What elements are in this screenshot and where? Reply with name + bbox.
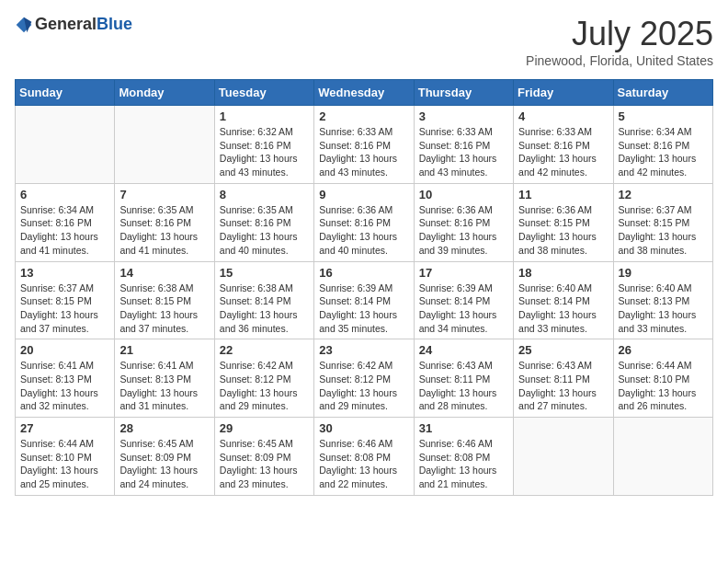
page-subtitle: Pinewood, Florida, United States [526, 53, 713, 68]
day-number: 16 [319, 266, 408, 280]
day-number: 9 [319, 188, 408, 201]
day-number: 15 [220, 266, 309, 280]
weekday-header-row: SundayMondayTuesdayWednesdayThursdayFrid… [16, 80, 713, 106]
calendar-week-row: 20Sunrise: 6:41 AMSunset: 8:13 PMDayligh… [16, 339, 713, 418]
calendar-day-cell: 7Sunrise: 6:35 AMSunset: 8:16 PMDaylight… [115, 183, 214, 261]
day-number: 1 [220, 109, 309, 123]
day-info: Sunrise: 6:40 AMSunset: 8:13 PMDaylight:… [619, 282, 708, 336]
calendar-day-cell [613, 418, 712, 496]
calendar-day-cell: 16Sunrise: 6:39 AMSunset: 8:14 PMDayligh… [314, 261, 414, 339]
calendar-day-cell [16, 106, 115, 184]
day-number: 31 [419, 421, 508, 435]
weekday-header: Wednesday [314, 80, 414, 106]
day-info: Sunrise: 6:36 AMSunset: 8:16 PMDaylight:… [319, 203, 408, 258]
day-number: 4 [518, 109, 608, 123]
page-header: GeneralBlue July 2025 Pinewood, Florida,… [15, 15, 713, 68]
calendar-day-cell: 25Sunrise: 6:43 AMSunset: 8:11 PMDayligh… [514, 339, 613, 418]
day-number: 7 [119, 188, 209, 201]
day-number: 8 [220, 188, 309, 201]
calendar-day-cell [514, 418, 613, 496]
calendar-day-cell: 6Sunrise: 6:34 AMSunset: 8:16 PMDaylight… [16, 183, 115, 261]
calendar-day-cell: 19Sunrise: 6:40 AMSunset: 8:13 PMDayligh… [613, 261, 712, 339]
calendar-day-cell: 27Sunrise: 6:44 AMSunset: 8:10 PMDayligh… [16, 418, 115, 496]
day-info: Sunrise: 6:33 AMSunset: 8:16 PMDaylight:… [518, 125, 608, 179]
logo-general-text: General [35, 15, 97, 33]
calendar-day-cell [115, 106, 214, 184]
day-info: Sunrise: 6:34 AMSunset: 8:16 PMDaylight:… [619, 125, 708, 179]
day-number: 14 [119, 266, 209, 280]
day-info: Sunrise: 6:38 AMSunset: 8:15 PMDaylight:… [119, 282, 209, 336]
day-info: Sunrise: 6:38 AMSunset: 8:14 PMDaylight:… [220, 282, 309, 336]
calendar-day-cell: 9Sunrise: 6:36 AMSunset: 8:16 PMDaylight… [314, 183, 414, 261]
calendar-day-cell: 29Sunrise: 6:45 AMSunset: 8:09 PMDayligh… [214, 418, 313, 496]
day-info: Sunrise: 6:35 AMSunset: 8:16 PMDaylight:… [119, 203, 209, 258]
calendar-header: SundayMondayTuesdayWednesdayThursdayFrid… [16, 80, 713, 106]
weekday-header: Thursday [414, 80, 513, 106]
calendar-day-cell: 24Sunrise: 6:43 AMSunset: 8:11 PMDayligh… [414, 339, 513, 418]
day-info: Sunrise: 6:44 AMSunset: 8:10 PMDaylight:… [20, 437, 109, 491]
calendar-day-cell: 15Sunrise: 6:38 AMSunset: 8:14 PMDayligh… [214, 261, 313, 339]
calendar-day-cell: 21Sunrise: 6:41 AMSunset: 8:13 PMDayligh… [115, 339, 214, 418]
day-number: 22 [220, 343, 309, 357]
day-number: 18 [518, 266, 608, 280]
day-info: Sunrise: 6:45 AMSunset: 8:09 PMDaylight:… [220, 437, 309, 491]
day-info: Sunrise: 6:33 AMSunset: 8:16 PMDaylight:… [319, 125, 408, 179]
calendar-day-cell: 1Sunrise: 6:32 AMSunset: 8:16 PMDaylight… [214, 106, 313, 184]
day-number: 27 [20, 421, 109, 435]
calendar-day-cell: 13Sunrise: 6:37 AMSunset: 8:15 PMDayligh… [16, 261, 115, 339]
calendar-day-cell: 14Sunrise: 6:38 AMSunset: 8:15 PMDayligh… [115, 261, 214, 339]
page-title: July 2025 [526, 15, 713, 53]
weekday-header: Tuesday [214, 80, 313, 106]
weekday-header: Saturday [613, 80, 712, 106]
day-info: Sunrise: 6:35 AMSunset: 8:16 PMDaylight:… [220, 203, 309, 258]
day-info: Sunrise: 6:32 AMSunset: 8:16 PMDaylight:… [220, 125, 309, 179]
day-number: 21 [119, 343, 209, 357]
day-info: Sunrise: 6:39 AMSunset: 8:14 PMDaylight:… [319, 282, 408, 336]
weekday-header: Sunday [16, 80, 115, 106]
day-number: 24 [419, 343, 508, 357]
calendar-day-cell: 17Sunrise: 6:39 AMSunset: 8:14 PMDayligh… [414, 261, 513, 339]
calendar-day-cell: 8Sunrise: 6:35 AMSunset: 8:16 PMDaylight… [214, 183, 313, 261]
calendar-day-cell: 3Sunrise: 6:33 AMSunset: 8:16 PMDaylight… [414, 106, 513, 184]
day-info: Sunrise: 6:46 AMSunset: 8:08 PMDaylight:… [419, 437, 508, 491]
calendar-body: 1Sunrise: 6:32 AMSunset: 8:16 PMDaylight… [16, 106, 713, 496]
calendar-week-row: 6Sunrise: 6:34 AMSunset: 8:16 PMDaylight… [16, 183, 713, 261]
day-info: Sunrise: 6:41 AMSunset: 8:13 PMDaylight:… [20, 359, 109, 413]
calendar-day-cell: 28Sunrise: 6:45 AMSunset: 8:09 PMDayligh… [115, 418, 214, 496]
day-number: 29 [220, 421, 309, 435]
calendar-day-cell: 4Sunrise: 6:33 AMSunset: 8:16 PMDaylight… [514, 106, 613, 184]
day-info: Sunrise: 6:37 AMSunset: 8:15 PMDaylight:… [619, 203, 708, 258]
day-info: Sunrise: 6:42 AMSunset: 8:12 PMDaylight:… [319, 359, 408, 413]
weekday-header: Friday [514, 80, 613, 106]
logo: GeneralBlue [15, 15, 132, 34]
day-number: 3 [419, 109, 508, 123]
calendar-day-cell: 30Sunrise: 6:46 AMSunset: 8:08 PMDayligh… [314, 418, 414, 496]
day-info: Sunrise: 6:36 AMSunset: 8:15 PMDaylight:… [518, 203, 608, 258]
day-info: Sunrise: 6:40 AMSunset: 8:14 PMDaylight:… [518, 282, 608, 336]
title-area: July 2025 Pinewood, Florida, United Stat… [526, 15, 713, 68]
day-number: 11 [518, 188, 608, 201]
day-number: 28 [119, 421, 209, 435]
day-number: 13 [20, 266, 109, 280]
day-info: Sunrise: 6:42 AMSunset: 8:12 PMDaylight:… [220, 359, 309, 413]
weekday-header: Monday [115, 80, 214, 106]
day-number: 17 [419, 266, 508, 280]
calendar-day-cell: 5Sunrise: 6:34 AMSunset: 8:16 PMDaylight… [613, 106, 712, 184]
calendar-day-cell: 18Sunrise: 6:40 AMSunset: 8:14 PMDayligh… [514, 261, 613, 339]
day-info: Sunrise: 6:36 AMSunset: 8:16 PMDaylight:… [419, 203, 508, 258]
calendar-day-cell: 12Sunrise: 6:37 AMSunset: 8:15 PMDayligh… [613, 183, 712, 261]
calendar-week-row: 27Sunrise: 6:44 AMSunset: 8:10 PMDayligh… [16, 418, 713, 496]
calendar-table: SundayMondayTuesdayWednesdayThursdayFrid… [15, 79, 713, 496]
calendar-day-cell: 2Sunrise: 6:33 AMSunset: 8:16 PMDaylight… [314, 106, 414, 184]
logo-blue-text: Blue [97, 15, 132, 33]
day-info: Sunrise: 6:34 AMSunset: 8:16 PMDaylight:… [20, 203, 109, 258]
day-number: 10 [419, 188, 508, 201]
day-info: Sunrise: 6:37 AMSunset: 8:15 PMDaylight:… [20, 282, 109, 336]
day-info: Sunrise: 6:39 AMSunset: 8:14 PMDaylight:… [419, 282, 508, 336]
calendar-day-cell: 23Sunrise: 6:42 AMSunset: 8:12 PMDayligh… [314, 339, 414, 418]
day-number: 25 [518, 343, 608, 357]
day-number: 12 [619, 188, 708, 201]
day-number: 20 [20, 343, 109, 357]
calendar-day-cell: 20Sunrise: 6:41 AMSunset: 8:13 PMDayligh… [16, 339, 115, 418]
day-info: Sunrise: 6:43 AMSunset: 8:11 PMDaylight:… [518, 359, 608, 413]
